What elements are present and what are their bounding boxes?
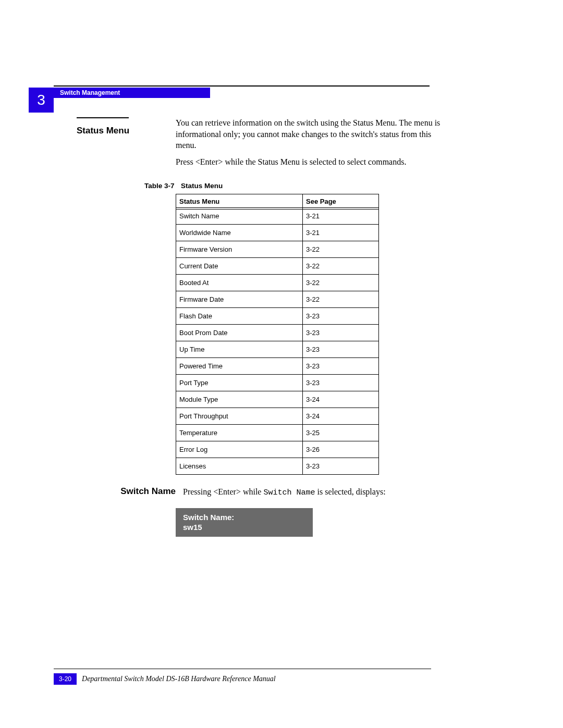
table-cell-name: Flash Date bbox=[176, 308, 303, 325]
page-footer: 3-20 Departmental Switch Model DS-16B Ha… bbox=[54, 669, 431, 685]
manual-title: Departmental Switch Model DS-16B Hardwar… bbox=[82, 675, 276, 683]
table-cell-page: 3-26 bbox=[303, 441, 379, 458]
document-page: 3 Switch Management Status Menu You can … bbox=[0, 0, 563, 728]
subsection-body: Pressing <Enter> while Switch Name is se… bbox=[183, 486, 386, 498]
subsection-code: Switch Name bbox=[263, 488, 315, 497]
table-cell-name: Booted At bbox=[176, 275, 303, 291]
table-row: Powered Time3-23 bbox=[176, 358, 379, 375]
chapter-number: 3 bbox=[37, 92, 45, 108]
paragraph: You can retrieve information on the swit… bbox=[176, 117, 442, 151]
table-row: Current Date3-22 bbox=[176, 258, 379, 275]
table-row: Error Log3-26 bbox=[176, 441, 379, 458]
table-row: Up Time3-23 bbox=[176, 341, 379, 358]
table-cell-page: 3-25 bbox=[303, 425, 379, 441]
table-cell-page: 3-23 bbox=[303, 325, 379, 341]
display-line: Switch Name: bbox=[183, 512, 305, 523]
table-row: Flash Date3-23 bbox=[176, 308, 379, 325]
table-cell-page: 3-22 bbox=[303, 291, 379, 308]
subsection-text-prefix: Pressing <Enter> while bbox=[183, 487, 263, 496]
status-menu-table: Status Menu See Page Switch Name3-21Worl… bbox=[176, 194, 379, 475]
table-row: Booted At3-22 bbox=[176, 275, 379, 291]
table-cell-name: Up Time bbox=[176, 341, 303, 358]
subsection-text-suffix: is selected, displays: bbox=[315, 487, 386, 496]
display-box: Switch Name: sw15 bbox=[176, 508, 313, 537]
paragraph: Press <Enter> while the Status Menu is s… bbox=[176, 156, 442, 168]
table-number: Table 3-7 bbox=[144, 182, 181, 190]
table-cell-page: 3-23 bbox=[303, 308, 379, 325]
table-cell-name: Worldwide Name bbox=[176, 225, 303, 241]
table-cell-page: 3-23 bbox=[303, 458, 379, 475]
table-row: Firmware Date3-22 bbox=[176, 291, 379, 308]
section-body: You can retrieve information on the swit… bbox=[176, 117, 442, 172]
table-cell-name: Temperature bbox=[176, 425, 303, 441]
header-title: Switch Management bbox=[60, 89, 120, 96]
table-cell-name: Module Type bbox=[176, 391, 303, 408]
table-cell-name: Licenses bbox=[176, 458, 303, 475]
table-cell-page: 3-24 bbox=[303, 391, 379, 408]
table-row: Worldwide Name3-21 bbox=[176, 225, 379, 241]
section-label-col: Status Menu bbox=[77, 117, 176, 172]
table-cell-page: 3-21 bbox=[303, 225, 379, 241]
table-cell-page: 3-22 bbox=[303, 258, 379, 275]
table-header-row: Status Menu See Page bbox=[176, 194, 379, 208]
section-title: Status Menu bbox=[77, 126, 176, 136]
table-cell-page: 3-22 bbox=[303, 275, 379, 291]
table-cell-page: 3-23 bbox=[303, 375, 379, 391]
subsection-switch-name: Switch Name Pressing <Enter> while Switc… bbox=[77, 486, 442, 498]
table-cell-page: 3-24 bbox=[303, 408, 379, 425]
table-cell-page: 3-23 bbox=[303, 341, 379, 358]
subsection-label-col: Switch Name bbox=[77, 486, 183, 498]
table-header-page: See Page bbox=[303, 194, 379, 208]
table-cell-name: Switch Name bbox=[176, 208, 303, 225]
table-row: Module Type3-24 bbox=[176, 391, 379, 408]
section-status-menu: Status Menu You can retrieve information… bbox=[77, 117, 442, 172]
table-row: Temperature3-25 bbox=[176, 425, 379, 441]
table-cell-name: Current Date bbox=[176, 258, 303, 275]
table-cell-name: Powered Time bbox=[176, 358, 303, 375]
header-rule bbox=[54, 85, 430, 87]
table-cell-name: Port Throughput bbox=[176, 408, 303, 425]
table-cell-page: 3-21 bbox=[303, 208, 379, 225]
page-number-box: 3-20 bbox=[54, 673, 77, 685]
table-cell-name: Port Type bbox=[176, 375, 303, 391]
table-header-status: Status Menu bbox=[176, 194, 303, 208]
display-line: sw15 bbox=[183, 522, 305, 533]
chapter-tab: 3 bbox=[29, 88, 54, 113]
table-cell-page: 3-23 bbox=[303, 358, 379, 375]
table-title: Status Menu bbox=[181, 182, 223, 190]
table-row: Port Type3-23 bbox=[176, 375, 379, 391]
table-row: Firmware Version3-22 bbox=[176, 241, 379, 258]
subsection-title: Switch Name bbox=[120, 486, 176, 496]
section-rule bbox=[77, 117, 129, 118]
table-cell-page: 3-22 bbox=[303, 241, 379, 258]
table-row: Boot Prom Date3-23 bbox=[176, 325, 379, 341]
table-cell-name: Firmware Version bbox=[176, 241, 303, 258]
page-number: 3-20 bbox=[59, 675, 71, 683]
table-cell-name: Error Log bbox=[176, 441, 303, 458]
table-row: Switch Name3-21 bbox=[176, 208, 379, 225]
table-row: Port Throughput3-24 bbox=[176, 408, 379, 425]
table-caption: Table 3-7 Status Menu bbox=[144, 182, 442, 190]
header-bar: Switch Management bbox=[54, 88, 210, 98]
table-cell-name: Boot Prom Date bbox=[176, 325, 303, 341]
table-cell-name: Firmware Date bbox=[176, 291, 303, 308]
table-row: Licenses3-23 bbox=[176, 458, 379, 475]
content-area: Status Menu You can retrieve information… bbox=[77, 117, 442, 537]
